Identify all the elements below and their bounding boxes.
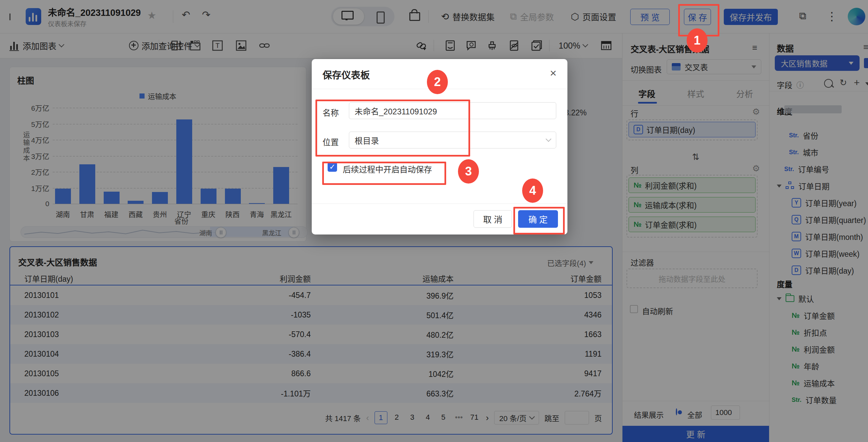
modal-title: 保存仪表板 — [323, 68, 370, 81]
annotation-box-confirm — [513, 207, 565, 234]
app-screen: 未命名_202311091029 仪表板未保存 ★ ↶ ↷ ⟲ 替换数据集 ⧉ … — [0, 0, 868, 442]
chevron-down-icon — [546, 136, 552, 142]
annotation-badge-3: 3 — [458, 159, 479, 184]
cancel-button[interactable]: 取 消 — [474, 210, 512, 228]
annotation-badge-2: 2 — [427, 70, 448, 94]
annotation-box-autosave — [322, 162, 446, 185]
divider — [312, 203, 567, 204]
close-icon[interactable]: × — [550, 67, 557, 79]
annotation-badge-4: 4 — [522, 178, 543, 203]
annotation-box-name-location — [315, 100, 470, 157]
annotation-badge-1: 1 — [687, 28, 708, 53]
